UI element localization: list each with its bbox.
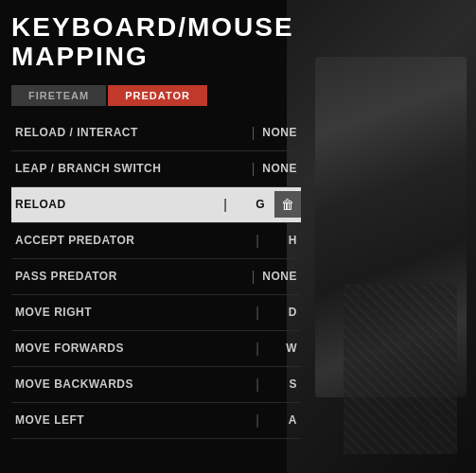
key-value: NONE [262,270,301,283]
background-decoration [287,0,476,473]
divider: | [252,161,256,176]
divider: | [252,269,256,284]
divider: | [256,412,259,428]
delete-binding-button[interactable]: 🗑 [274,191,301,218]
tab-bar: FIRETEAM PREDATOR [11,85,301,106]
tab-predator[interactable]: PREDATOR [108,85,207,106]
divider: | [256,377,259,392]
key-value: A [267,413,301,427]
mapping-list: RELOAD / INTERACT|NONELEAP / BRANCH SWIT… [11,115,301,439]
key-value: NONE [262,126,301,139]
divider: | [252,125,256,140]
mapping-row[interactable]: RELOAD / INTERACT|NONE [11,115,301,151]
divider: | [223,197,227,212]
mapping-row[interactable]: MOVE FORWARDS|W [11,331,301,367]
action-label: RELOAD [11,198,216,211]
action-label: MOVE BACKWARDS [11,377,248,391]
action-label: RELOAD / INTERACT [11,126,244,139]
mapping-row[interactable]: ACCEPT PREDATOR|H [11,223,301,259]
key-value: G [235,198,269,211]
action-label: MOVE LEFT [11,413,248,427]
divider: | [256,233,259,248]
divider: | [256,341,259,356]
page-title: KEYBOARD/MOUSE MAPPING [11,13,301,72]
mapping-row[interactable]: MOVE BACKWARDS|S [11,367,301,403]
action-label: PASS PREDATOR [11,270,244,283]
trash-icon: 🗑 [281,197,294,212]
main-content: KEYBOARD/MOUSE MAPPING FIRETEAM PREDATOR… [0,0,312,452]
action-label: MOVE FORWARDS [11,342,248,355]
key-value: H [267,234,301,247]
key-value: D [267,306,301,319]
mapping-row[interactable]: LEAP / BRANCH SWITCH|NONE [11,151,301,187]
mapping-row[interactable]: MOVE LEFT|A [11,403,301,439]
divider: | [256,305,259,320]
action-label: MOVE RIGHT [11,306,248,319]
action-label: ACCEPT PREDATOR [11,234,248,247]
mapping-row[interactable]: PASS PREDATOR|NONE [11,259,301,295]
key-value: S [267,377,301,391]
action-label: LEAP / BRANCH SWITCH [11,162,244,175]
mapping-row[interactable]: RELOAD|G🗑 [11,187,301,223]
mapping-row[interactable]: MOVE RIGHT|D [11,295,301,331]
tab-fireteam[interactable]: FIRETEAM [11,85,106,106]
key-value: NONE [262,162,301,175]
key-value: W [267,342,301,355]
